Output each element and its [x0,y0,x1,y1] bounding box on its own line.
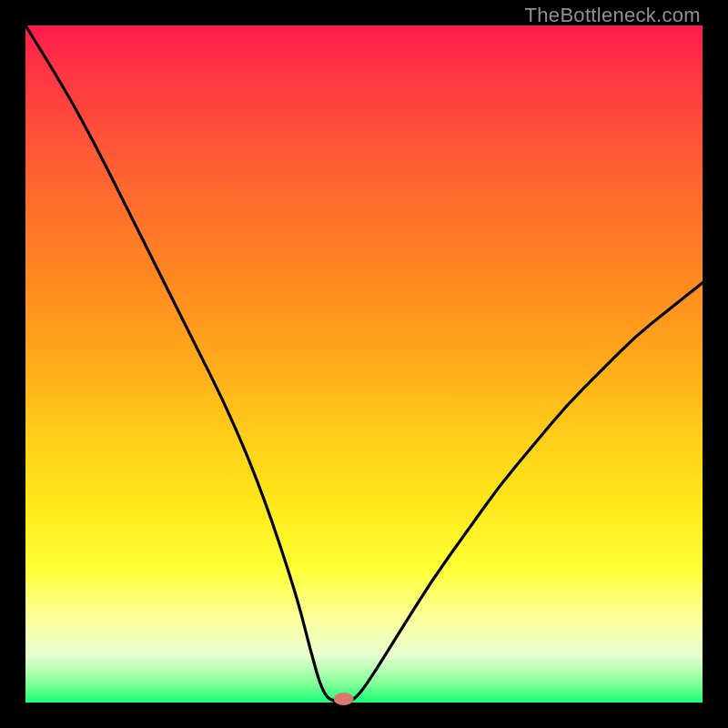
bottleneck-curve [25,25,703,703]
plot-area [25,25,703,703]
chart-frame: TheBottleneck.com [0,0,728,728]
bottleneck-curve-svg [25,25,703,703]
watermark-text: TheBottleneck.com [525,4,701,27]
min-marker [334,693,354,705]
